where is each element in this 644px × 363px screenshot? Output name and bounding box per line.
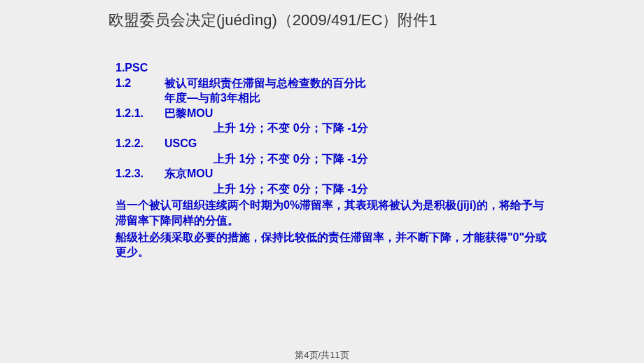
section-1-2-2: 1.2.2. USCG [115,136,550,151]
section-1-2-3: 1.2.3. 东京MOU [115,166,550,182]
blank-label [115,90,164,106]
section-1-2-3-label: 1.2.3. [115,166,164,182]
section-1-2-sub-text: 年度—与前3年相比 [164,90,550,106]
section-1-2-2-label: 1.2.2. [115,136,164,151]
section-1-2-label: 1.2 [115,76,164,91]
paragraph-2: 船级社必须采取必要的措施，保持比较低的责任滞留率，并不断下降，才能获得"0"分或… [115,230,550,260]
section-1-2-sub: 年度—与前3年相比 [115,90,550,106]
section-1-2-2-scores: 上升 1分；不变 0分；下降 -1分 [115,151,550,167]
document-content: 1.PSC 1.2 被认可组织责任滞留与总检查数的百分比 年度—与前3年相比 1… [115,60,550,260]
section-1-2-1: 1.2.1. 巴黎MOU [115,106,550,121]
section-1-2-3-text: 东京MOU [164,166,550,182]
section-1-2-2-text: USCG [164,136,550,151]
section-1: 1.PSC [115,60,550,76]
paragraph-1: 当一个被认可组织连续两个时期为0%滞留率，其表现将被认为是积极(jījí)的，将… [115,198,550,228]
section-1-2-1-text: 巴黎MOU [164,106,550,121]
section-1-2-1-label: 1.2.1. [115,106,164,121]
section-1-2-text: 被认可组织责任滞留与总检查数的百分比 [164,76,550,91]
section-1-2-1-scores: 上升 1分；不变 0分；下降 -1分 [115,121,550,136]
section-1-2-3-scores: 上升 1分；不变 0分；下降 -1分 [115,182,550,197]
section-1-label: 1.PSC [115,60,148,76]
page-title: 欧盟委员会决定(juédìng)（2009/491/EC）附件1 [108,10,438,31]
page-footer: 第4页/共11页 [0,349,644,362]
section-1-2: 1.2 被认可组织责任滞留与总检查数的百分比 [115,76,550,91]
